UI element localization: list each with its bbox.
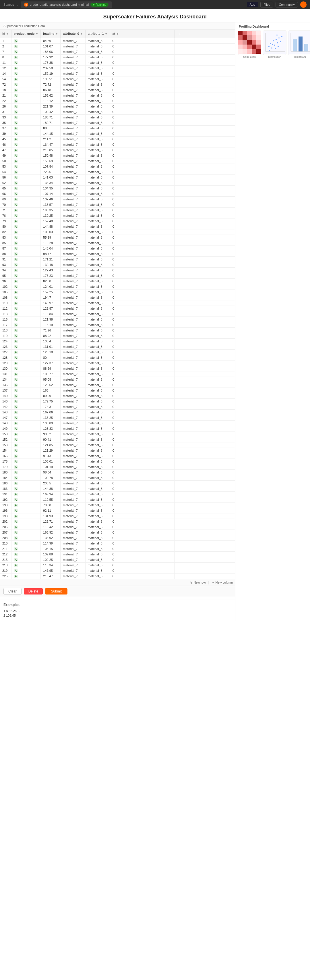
table-cell[interactable]: A <box>11 213 41 218</box>
table-cell[interactable]: 70 <box>0 202 11 208</box>
table-cell[interactable]: 0 <box>110 268 174 273</box>
table-cell[interactable]: material_7 <box>60 115 85 120</box>
table-cell[interactable]: material_8 <box>85 480 110 486</box>
table-cell[interactable]: 92.11 <box>41 508 60 514</box>
table-cell[interactable]: material_7 <box>60 224 85 229</box>
table-cell[interactable]: material_8 <box>85 371 110 377</box>
table-row[interactable]: 33A186.71material_7material_80 <box>0 115 235 120</box>
table-cell[interactable]: 47 <box>0 148 11 153</box>
table-cell[interactable]: material_8 <box>85 71 110 76</box>
table-cell[interactable]: material_7 <box>60 71 85 76</box>
table-row[interactable]: 7A188.06material_7material_80 <box>0 49 235 55</box>
table-cell[interactable]: material_8 <box>85 311 110 317</box>
table-cell[interactable]: A <box>11 574 41 579</box>
table-cell[interactable]: 0 <box>110 262 174 268</box>
table-cell[interactable]: 122.71 <box>41 519 60 524</box>
table-cell[interactable]: material_8 <box>85 382 110 388</box>
table-cell[interactable]: material_7 <box>60 93 85 98</box>
table-row[interactable]: 1A84.89material_7material_80 <box>0 38 235 44</box>
table-cell[interactable]: 163.92 <box>41 530 60 535</box>
table-row[interactable]: 184A109.78material_7material_80 <box>0 475 235 480</box>
table-cell[interactable]: 0 <box>110 301 174 306</box>
table-cell[interactable]: 102.42 <box>41 109 60 115</box>
table-row[interactable]: 140A172.75material_7material_80 <box>0 399 235 404</box>
table-cell[interactable]: material_7 <box>60 164 85 169</box>
table-cell[interactable]: 0 <box>110 218 174 224</box>
table-cell[interactable]: 99.02 <box>41 431 60 437</box>
table-cell[interactable]: 98.77 <box>41 251 60 257</box>
table-cell[interactable]: A <box>11 453 41 459</box>
table-cell[interactable]: A <box>11 82 41 88</box>
table-cell[interactable]: material_8 <box>85 290 110 295</box>
table-cell[interactable]: material_8 <box>85 175 110 180</box>
table-cell[interactable]: 0 <box>110 284 174 290</box>
table-cell[interactable]: material_8 <box>85 366 110 371</box>
table-cell[interactable]: A <box>11 290 41 295</box>
table-row[interactable]: 95A176.23material_7material_80 <box>0 273 235 278</box>
table-cell[interactable]: material_8 <box>85 186 110 191</box>
table-row[interactable]: 53A107.84material_7material_80 <box>0 164 235 169</box>
table-cell[interactable]: material_7 <box>60 131 85 137</box>
table-cell[interactable]: material_8 <box>85 109 110 115</box>
table-cell[interactable]: material_8 <box>85 437 110 442</box>
table-cell[interactable]: 104.35 <box>41 186 60 191</box>
th-loading[interactable]: loading ▼ <box>41 30 60 38</box>
table-cell[interactable]: 0 <box>110 393 174 399</box>
table-cell[interactable]: material_7 <box>60 426 85 431</box>
table-cell[interactable]: 114.99 <box>41 541 60 546</box>
table-cell[interactable]: 127.43 <box>41 268 60 273</box>
table-cell[interactable]: 109.88 <box>41 552 60 557</box>
table-row[interactable]: 72A72.72material_7material_80 <box>0 82 235 88</box>
table-cell[interactable]: 0 <box>110 104 174 109</box>
table-cell[interactable]: material_8 <box>85 404 110 410</box>
table-cell[interactable]: 182.71 <box>41 120 60 126</box>
table-cell[interactable]: material_7 <box>60 213 85 218</box>
table-cell[interactable]: A <box>11 251 41 257</box>
table-cell[interactable]: material_8 <box>85 246 110 251</box>
table-cell[interactable]: 196 <box>0 508 11 514</box>
table-cell[interactable]: A <box>11 437 41 442</box>
table-cell[interactable]: 132.48 <box>41 262 60 268</box>
table-cell[interactable]: A <box>11 311 41 317</box>
community-button[interactable]: Community <box>275 2 298 8</box>
table-row[interactable]: 37A88material_7material_80 <box>0 126 235 131</box>
table-cell[interactable]: 159.19 <box>41 71 60 76</box>
table-row[interactable]: 148A100.89material_7material_80 <box>0 421 235 426</box>
table-cell[interactable]: A <box>11 120 41 126</box>
table-cell[interactable]: 0 <box>110 410 174 415</box>
table-cell[interactable]: 0 <box>110 514 174 519</box>
table-cell[interactable]: material_8 <box>85 568 110 574</box>
table-cell[interactable]: material_7 <box>60 169 85 175</box>
table-cell[interactable]: 0 <box>110 497 174 503</box>
table-cell[interactable]: A <box>11 301 41 306</box>
table-cell[interactable]: 69 <box>0 197 11 202</box>
delete-button[interactable]: Delete <box>24 588 43 595</box>
table-cell[interactable]: 53 <box>0 164 11 169</box>
table-cell[interactable]: material_7 <box>60 109 85 115</box>
table-cell[interactable]: 167.06 <box>41 410 60 415</box>
table-row[interactable]: 31A102.42material_7material_80 <box>0 109 235 115</box>
table-cell[interactable]: 208 <box>0 535 11 541</box>
table-cell[interactable]: A <box>11 421 41 426</box>
table-cell[interactable]: 0 <box>110 213 174 218</box>
table-row[interactable]: 76A130.25material_7material_80 <box>0 213 235 218</box>
table-cell[interactable]: 121.29 <box>41 448 60 453</box>
table-cell[interactable]: 0 <box>110 55 174 60</box>
table-cell[interactable]: A <box>11 393 41 399</box>
table-cell[interactable]: material_7 <box>60 317 85 322</box>
table-row[interactable]: 212A109.88material_7material_80 <box>0 552 235 557</box>
table-cell[interactable]: 35 <box>0 120 11 126</box>
table-cell[interactable]: 0 <box>110 480 174 486</box>
table-cell[interactable]: 191 <box>0 492 11 497</box>
table-cell[interactable]: 119 <box>0 333 11 339</box>
table-cell[interactable]: 140 <box>0 393 11 399</box>
table-row[interactable]: 66A107.14material_7material_80 <box>0 191 235 197</box>
table-cell[interactable]: 131.93 <box>41 514 60 519</box>
table-cell[interactable]: 113 <box>0 311 11 317</box>
table-cell[interactable]: material_8 <box>85 328 110 333</box>
table-cell[interactable]: A <box>11 415 41 421</box>
table-cell[interactable]: material_8 <box>85 240 110 246</box>
table-cell[interactable]: material_7 <box>60 262 85 268</box>
table-cell[interactable]: A <box>11 246 41 251</box>
table-cell[interactable]: material_8 <box>85 295 110 301</box>
